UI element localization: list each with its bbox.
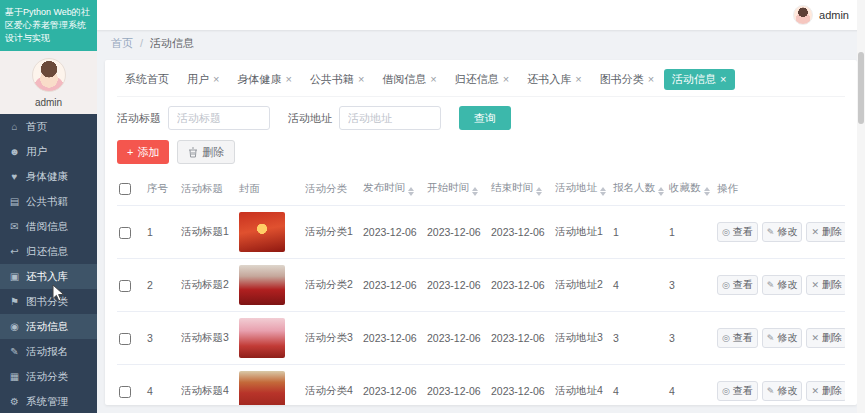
search-address-label: 活动地址 xyxy=(288,111,332,126)
edit-button[interactable]: ✎修改 xyxy=(762,328,803,348)
add-button[interactable]: + 添加 xyxy=(117,140,169,164)
delete-row-button[interactable]: ✕删除 xyxy=(806,381,845,401)
edit-icon: ✎ xyxy=(767,280,775,290)
edit-button[interactable]: ✎修改 xyxy=(762,275,803,295)
activity-category-icon: ▦ xyxy=(9,371,20,382)
header-title: 活动标题 xyxy=(179,172,237,206)
topbar: admin xyxy=(97,0,865,30)
tab-users[interactable]: 用户 × xyxy=(179,69,227,90)
tab-borrow-info[interactable]: 借阅信息 × xyxy=(374,69,444,90)
page-scrollbar[interactable] xyxy=(857,0,865,413)
close-icon[interactable]: × xyxy=(503,74,509,85)
edit-icon: ✎ xyxy=(767,227,775,237)
cell-index: 1 xyxy=(145,206,179,259)
edit-icon: ✎ xyxy=(767,333,775,343)
cell-index: 3 xyxy=(145,312,179,365)
edit-button[interactable]: ✎修改 xyxy=(762,381,803,401)
edit-button[interactable]: ✎修改 xyxy=(762,222,803,242)
topbar-username[interactable]: admin xyxy=(819,9,849,21)
search-title-input[interactable] xyxy=(168,106,270,130)
delete-row-button[interactable]: ✕删除 xyxy=(806,275,845,295)
cell-end-time: 2023-12-06 xyxy=(489,365,553,406)
return-info-icon: ↩ xyxy=(9,246,20,257)
sidebar-item-activity-signup[interactable]: ✎ 活动报名 xyxy=(0,339,97,364)
cell-index: 4 xyxy=(145,365,179,406)
row-checkbox[interactable] xyxy=(119,333,131,345)
topbar-avatar[interactable] xyxy=(793,5,813,25)
cell-address: 活动地址3 xyxy=(553,312,611,365)
sidebar-item-borrow-info[interactable]: ✉ 借阅信息 xyxy=(0,214,97,239)
table-row: 4 活动标题4 活动分类4 2023-12-06 2023-12-06 2023… xyxy=(117,365,845,406)
sort-caret xyxy=(472,187,478,196)
sidebar-item-book-storage[interactable]: ▣ 还书入库 xyxy=(0,264,97,289)
row-checkbox[interactable] xyxy=(119,280,131,292)
sidebar-item-system-settings[interactable]: ⚙ 系统管理 xyxy=(0,389,97,413)
sidebar-item-label: 活动报名 xyxy=(26,345,68,359)
cover-image xyxy=(239,212,285,252)
tab-label: 身体健康 xyxy=(237,72,281,87)
header-publish-time[interactable]: 发布时间 xyxy=(361,172,425,206)
tab-public-books[interactable]: 公共书籍 × xyxy=(302,69,372,90)
sidebar-item-return-info[interactable]: ↩ 归还信息 xyxy=(0,239,97,264)
avatar[interactable] xyxy=(32,58,66,92)
sidebar-item-book-category[interactable]: ⚑ 图书分类 xyxy=(0,289,97,314)
tab-health[interactable]: 身体健康 × xyxy=(229,69,299,90)
close-icon[interactable]: × xyxy=(213,74,219,85)
breadcrumb-home[interactable]: 首页 xyxy=(111,36,133,51)
x-icon: ✕ xyxy=(811,333,819,343)
close-icon[interactable]: × xyxy=(285,74,291,85)
sidebar-item-public-books[interactable]: ▤ 公共书籍 xyxy=(0,189,97,214)
sidebar-item-label: 身体健康 xyxy=(26,170,68,184)
tab-label: 活动信息 xyxy=(672,72,716,87)
sidebar-item-activity-category[interactable]: ▦ 活动分类 xyxy=(0,364,97,389)
book-storage-icon: ▣ xyxy=(9,271,20,282)
x-icon: ✕ xyxy=(811,280,819,290)
close-icon[interactable]: × xyxy=(648,74,654,85)
row-checkbox[interactable] xyxy=(119,227,131,239)
sidebar-item-label: 公共书籍 xyxy=(26,195,68,209)
row-checkbox[interactable] xyxy=(119,386,131,398)
view-button[interactable]: ◎查看 xyxy=(717,275,758,295)
cell-favorite-count: 3 xyxy=(667,259,715,312)
sidebar-item-activity-info[interactable]: ◉ 活动信息 xyxy=(0,314,97,339)
sidebar-item-label: 归还信息 xyxy=(26,245,68,259)
cell-address: 活动地址2 xyxy=(553,259,611,312)
close-icon[interactable]: × xyxy=(430,74,436,85)
sort-caret xyxy=(658,187,664,196)
sort-caret xyxy=(536,187,542,196)
tab-book-category[interactable]: 图书分类 × xyxy=(592,69,662,90)
sidebar-item-label: 首页 xyxy=(26,120,47,134)
cover-image xyxy=(239,371,285,405)
select-all-checkbox[interactable] xyxy=(119,183,131,195)
query-button[interactable]: 查询 xyxy=(459,106,511,130)
sidebar-item-home[interactable]: ⌂ 首页 xyxy=(0,114,97,139)
sidebar-item-health[interactable]: ♥ 身体健康 xyxy=(0,164,97,189)
header-favorite-count[interactable]: 收藏数 xyxy=(667,172,715,206)
close-icon[interactable]: × xyxy=(720,74,726,85)
sidebar-item-label: 活动信息 xyxy=(26,320,68,334)
close-icon[interactable]: × xyxy=(575,74,581,85)
search-address-input[interactable] xyxy=(339,106,441,130)
delete-row-button[interactable]: ✕删除 xyxy=(806,222,845,242)
header-signup-count[interactable]: 报名人数 xyxy=(611,172,667,206)
view-button[interactable]: ◎查看 xyxy=(717,222,758,242)
header-address[interactable]: 活动地址 xyxy=(553,172,611,206)
tab-return-info[interactable]: 归还信息 × xyxy=(447,69,517,90)
home-icon: ⌂ xyxy=(9,121,20,132)
view-button[interactable]: ◎查看 xyxy=(717,381,758,401)
tab-label: 公共书籍 xyxy=(310,72,354,87)
tab-book-storage[interactable]: 还书入库 × xyxy=(519,69,589,90)
scrollbar-thumb[interactable] xyxy=(858,52,864,124)
open-tabs-bar: 系统首页 用户 × 身体健康 × 公共书籍 × 借阅信息 × xyxy=(117,69,845,97)
eye-icon: ◎ xyxy=(722,227,730,237)
sidebar-item-users[interactable]: ☻ 用户 xyxy=(0,139,97,164)
tab-activity-info[interactable]: 活动信息 × xyxy=(664,69,734,90)
eye-icon: ◎ xyxy=(722,333,730,343)
delete-button[interactable]: 删除 xyxy=(177,140,235,164)
close-icon[interactable]: × xyxy=(358,74,364,85)
delete-row-button[interactable]: ✕删除 xyxy=(806,328,845,348)
header-end-time[interactable]: 结束时间 xyxy=(489,172,553,206)
header-start-time[interactable]: 开始时间 xyxy=(425,172,489,206)
view-button[interactable]: ◎查看 xyxy=(717,328,758,348)
tab-system-home[interactable]: 系统首页 xyxy=(117,69,177,90)
